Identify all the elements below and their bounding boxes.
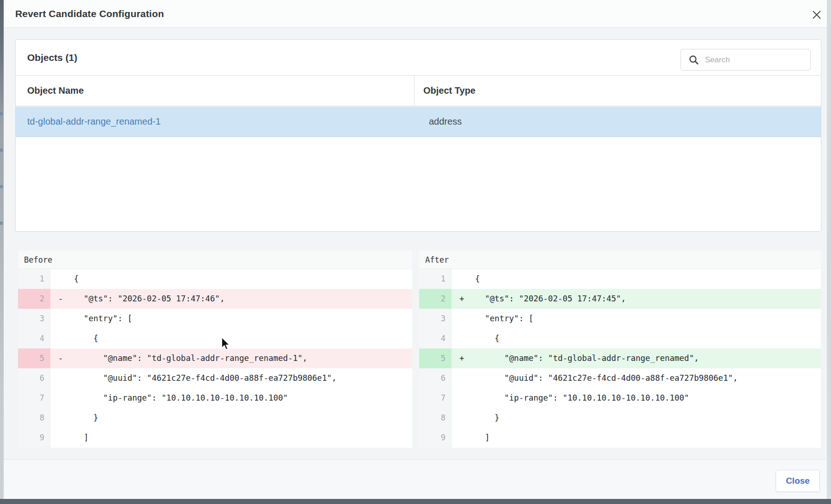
objects-panel-title: Objects (1) (27, 40, 78, 75)
line-number: 6 (18, 368, 50, 388)
line-number: 7 (18, 388, 50, 408)
diff-line: 7 "ip-range": "10.10.10.10-10.10.10.100" (18, 388, 412, 408)
diff-line: 6 "@uuid": "4621c27e-f4cd-4d00-a88f-ea72… (419, 368, 821, 388)
diff-after-panel: After 1 {2+ "@ts": "2026-02-05 17:47:45"… (419, 251, 821, 448)
line-number: 8 (18, 408, 50, 428)
code-text: ] (64, 428, 89, 448)
line-number: 1 (18, 269, 50, 289)
background-fragment (0, 222, 3, 225)
dialog-header: Revert Candidate Configuration (4, 0, 827, 28)
column-header-object-type: Object Type (423, 76, 476, 106)
diff-line: 5+ "@name": "td-global-addr-range_rename… (419, 348, 821, 368)
diff-marker (50, 388, 64, 408)
object-type-cell: address (429, 107, 462, 137)
diff-marker: - (50, 289, 64, 309)
close-button[interactable]: Close (776, 470, 820, 492)
line-number: 5 (419, 348, 452, 368)
line-number: 8 (419, 408, 452, 428)
diff-marker (50, 269, 64, 289)
diff-marker (452, 428, 465, 448)
code-text: } (64, 408, 98, 428)
search-input[interactable] (705, 50, 807, 70)
diff-line: 8 } (18, 408, 412, 428)
code-text: "@ts": "2026-02-05 17:47:46", (64, 289, 225, 309)
diff-before-panel: Before 1 {2- "@ts": "2026-02-05 17:47:46… (18, 251, 412, 448)
dialog-footer: Close (4, 459, 827, 499)
diff-before-label: Before (18, 251, 412, 269)
line-number: 5 (18, 348, 50, 368)
background-fragment (0, 185, 3, 188)
code-text: "@ts": "2026-02-05 17:47:45", (465, 289, 626, 309)
diff-marker (452, 408, 465, 428)
diff-line: 8 } (419, 408, 821, 428)
column-header-object-name: Object Name (27, 76, 84, 106)
line-number: 1 (419, 269, 452, 289)
diff-line: 9 ] (419, 428, 821, 448)
search-icon (688, 54, 699, 66)
diff-line: 9 ] (18, 428, 412, 448)
line-number: 2 (419, 289, 452, 309)
close-icon[interactable] (812, 10, 822, 20)
code-text: { (465, 269, 480, 289)
close-x-glyph (812, 10, 822, 20)
code-text: "ip-range": "10.10.10.10-10.10.10.100" (465, 388, 689, 408)
code-text: "@name": "td-global-addr-range_renamed-1… (64, 348, 307, 368)
background-fragment (0, 149, 3, 152)
diff-after-code: 1 {2+ "@ts": "2026-02-05 17:47:45",3 "en… (419, 269, 821, 448)
code-text: { (64, 329, 98, 348)
diff-marker (50, 329, 64, 348)
diff-marker (50, 428, 64, 448)
diff-line: 2- "@ts": "2026-02-05 17:47:46", (18, 289, 412, 309)
diff-line: 7 "ip-range": "10.10.10.10-10.10.10.100" (419, 388, 821, 408)
background-page-left-edge (0, 0, 4, 499)
diff-line: 4 { (419, 329, 821, 348)
diff-marker (452, 368, 465, 388)
background-fragment (0, 112, 3, 115)
diff-line: 1 { (18, 269, 412, 289)
line-number: 4 (419, 329, 452, 348)
diff-marker: - (50, 348, 64, 368)
diff-marker (452, 388, 465, 408)
diff-marker (452, 309, 465, 329)
dialog-title: Revert Candidate Configuration (15, 0, 164, 28)
diff-line: 3 "entry": [ (419, 309, 821, 329)
diff-marker (452, 329, 465, 348)
search-box[interactable] (680, 49, 811, 71)
objects-table-header: Object Name Object Type (16, 75, 821, 106)
object-row[interactable]: td-global-addr-range_renamed-1address (16, 107, 821, 137)
diff-line: 3 "entry": [ (18, 309, 412, 329)
line-number: 2 (18, 289, 50, 309)
screen: Revert Candidate Configuration Objects (… (0, 0, 831, 504)
line-number: 3 (419, 309, 452, 329)
code-text: "@name": "td-global-addr-range_renamed", (465, 348, 699, 368)
line-number: 9 (18, 428, 50, 448)
diff-marker (50, 408, 64, 428)
background-page-right-edge (827, 0, 831, 499)
code-text: } (465, 408, 500, 428)
line-number: 4 (18, 329, 50, 348)
diff-marker (50, 309, 64, 329)
line-number: 9 (419, 428, 452, 448)
diff-marker: + (452, 348, 465, 368)
code-text: "entry": [ (64, 309, 132, 329)
line-number: 6 (419, 368, 452, 388)
diff-line: 2+ "@ts": "2026-02-05 17:47:45", (419, 289, 821, 309)
code-text: { (64, 269, 79, 289)
code-text: "ip-range": "10.10.10.10-10.10.10.100" (64, 388, 288, 408)
line-number: 3 (18, 309, 50, 329)
code-text: { (465, 329, 500, 348)
diff-line: 5- "@name": "td-global-addr-range_rename… (18, 348, 412, 368)
diff-marker (452, 269, 465, 289)
diff-marker (50, 368, 64, 388)
diff-line: 1 { (419, 269, 821, 289)
object-name-cell[interactable]: td-global-addr-range_renamed-1 (27, 107, 161, 137)
objects-panel: Objects (1) Object Name Object Type td-g… (15, 39, 821, 232)
line-number: 7 (419, 388, 452, 408)
mouse-cursor (221, 337, 230, 351)
diff-after-label: After (419, 251, 821, 269)
diff-line: 6 "@uuid": "4621c27e-f4cd-4d00-a88f-ea72… (18, 368, 412, 388)
diff-marker: + (452, 289, 465, 309)
diff-before-code: 1 {2- "@ts": "2026-02-05 17:47:46",3 "en… (18, 269, 412, 448)
objects-table-body: td-global-addr-range_renamed-1address (16, 107, 821, 137)
code-text: "@uuid": "4621c27e-f4cd-4d00-a88f-ea727b… (64, 368, 337, 388)
